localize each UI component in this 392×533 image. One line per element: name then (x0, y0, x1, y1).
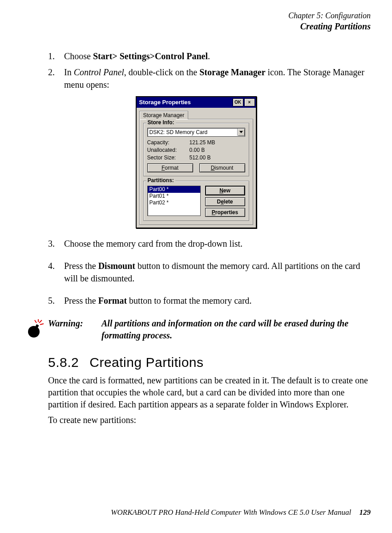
section-582: 5.8.2Creating Partitions Once the card i… (48, 355, 371, 426)
group-title: Partitions: (146, 177, 175, 183)
storage-properties-dialog: Storage Properties OK × Storage Manager … (136, 96, 257, 228)
step-text: Press the Dismount button to dismount th… (64, 260, 371, 285)
chevron-down-icon[interactable] (237, 129, 245, 136)
svg-point-0 (28, 326, 40, 338)
body-paragraph: Once the card is formatted, new partitio… (48, 374, 371, 411)
new-button[interactable]: New (205, 186, 245, 195)
sector-row: Sector Size: 512.00 B (147, 155, 245, 161)
step-number: 1. (48, 50, 64, 62)
body-paragraph: To create new partitions: (48, 414, 371, 426)
properties-button[interactable]: Properties (205, 208, 245, 217)
close-button[interactable]: × (244, 98, 255, 106)
step-number: 2. (48, 66, 64, 91)
bomb-icon (21, 317, 48, 342)
unallocated-label: Unallocated: (147, 147, 190, 153)
step-3: 3. Choose the memory card from the drop-… (48, 237, 371, 250)
capacity-row: Capacity: 121.25 MB (147, 139, 245, 146)
delete-button[interactable]: Delete (205, 197, 245, 206)
step-text: Choose the memory card from the drop-dow… (64, 237, 371, 250)
page-header: Chapter 5: Configuration Creating Partit… (21, 11, 371, 32)
step-1: 1. Choose Start> Settings>Control Panel. (48, 50, 371, 62)
tab-storage-manager[interactable]: Storage Manager (139, 111, 189, 119)
section-label: Creating Partitions (21, 21, 371, 32)
chapter-label: Chapter 5: Configuration (21, 11, 371, 21)
step-text: In Control Panel, double-click on the St… (64, 66, 371, 91)
warning-text: All partitions and information on the ca… (101, 317, 371, 342)
step-number: 5. (48, 294, 64, 307)
step-2: 2. In Control Panel, double-click on the… (48, 66, 371, 91)
partitions-listbox[interactable]: Part00 * Part01 * Part02 * (147, 186, 201, 216)
store-info-group: Store Info: DSK2: SD Memory Card Capacit… (143, 123, 249, 176)
store-select[interactable]: DSK2: SD Memory Card (147, 128, 245, 137)
sector-value: 512.00 B (190, 155, 211, 161)
warning-block: Warning: All partitions and information … (21, 317, 371, 342)
ok-button[interactable]: OK (233, 98, 243, 106)
step-text: Choose Start> Settings>Control Panel. (64, 50, 371, 62)
section-title-text: Creating Partitions (89, 355, 203, 370)
list-item[interactable]: Part02 * (148, 199, 200, 206)
step-4: 4. Press the Dismount button to dismount… (48, 260, 371, 285)
capacity-label: Capacity: (147, 139, 190, 146)
svg-line-5 (35, 320, 36, 323)
sector-label: Sector Size: (147, 155, 190, 161)
svg-line-2 (39, 320, 42, 323)
footer-text: WORKABOUT PRO Hand-Held Computer With Wi… (111, 508, 351, 517)
format-button[interactable]: Format (147, 163, 193, 172)
svg-line-3 (40, 324, 44, 325)
group-title: Store Info: (146, 119, 176, 126)
page-number: 129 (360, 508, 371, 517)
section-number: 5.8.2 (48, 355, 79, 370)
step-number: 4. (48, 260, 64, 285)
partitions-group: Partitions: Part00 * Part01 * Part02 * N… (143, 181, 249, 221)
warning-label: Warning: (48, 317, 101, 342)
dialog-title: Storage Properties (139, 99, 232, 106)
title-bar: Storage Properties OK × (137, 97, 256, 108)
list-item[interactable]: Part00 * (148, 186, 200, 193)
step-number: 3. (48, 237, 64, 250)
unallocated-value: 0.00 B (190, 147, 205, 153)
unallocated-row: Unallocated: 0.00 B (147, 147, 245, 153)
store-select-value: DSK2: SD Memory Card (148, 129, 237, 135)
section-heading: 5.8.2Creating Partitions (48, 355, 371, 370)
page-footer: WORKABOUT PRO Hand-Held Computer With Wi… (111, 508, 371, 517)
step-text: Press the Format button to format the me… (64, 294, 371, 307)
list-item[interactable]: Part01 * (148, 193, 200, 199)
capacity-value: 121.25 MB (190, 139, 215, 146)
step-5: 5. Press the Format button to format the… (48, 294, 371, 307)
dismount-button[interactable]: Dismount (199, 163, 245, 172)
